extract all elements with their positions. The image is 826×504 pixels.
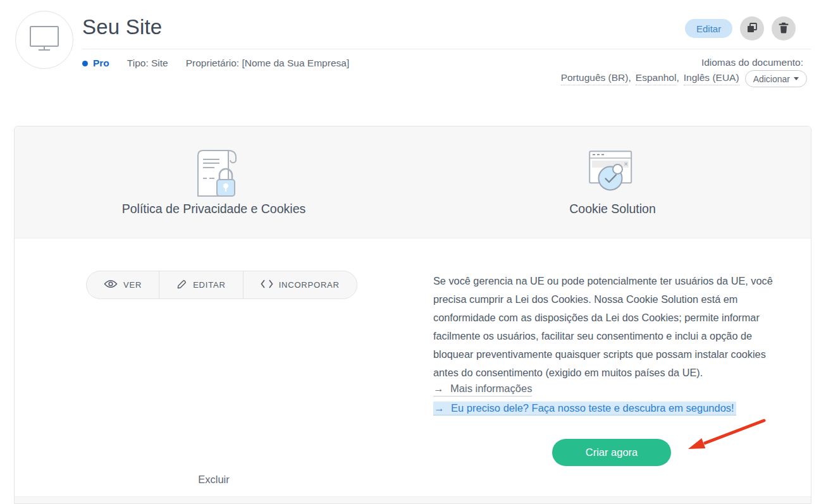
language-link[interactable]: Espanhol bbox=[636, 72, 677, 85]
monitor-icon bbox=[29, 25, 59, 54]
quiz-link-label: Eu preciso dele? Faça nosso teste e desc… bbox=[451, 402, 734, 414]
plan-badge-label: Pro bbox=[93, 58, 109, 69]
quiz-link[interactable]: → Eu preciso dele? Faça nosso teste e de… bbox=[433, 402, 736, 414]
chevron-down-icon bbox=[794, 77, 799, 80]
browser-cookie-icon bbox=[589, 151, 633, 195]
edit-document-button[interactable]: EDITAR bbox=[159, 271, 243, 298]
language-link[interactable]: Inglês (EUA) bbox=[684, 72, 739, 85]
duplicate-button[interactable] bbox=[740, 16, 764, 40]
create-now-button[interactable]: Criar agora bbox=[552, 439, 671, 466]
language-separator: , bbox=[628, 72, 631, 83]
add-language-label: Adicionar bbox=[753, 74, 790, 84]
link-arrow-icon: → bbox=[434, 402, 445, 414]
link-arrow-icon: → bbox=[433, 383, 444, 394]
document-languages-label: Idiomas do documento: bbox=[701, 57, 803, 68]
header-divider bbox=[82, 49, 811, 49]
page-title: Seu Site bbox=[82, 15, 162, 39]
embed-button-label: INCORPORAR bbox=[279, 280, 340, 290]
trash-icon bbox=[779, 22, 789, 35]
view-button[interactable]: VER bbox=[87, 271, 159, 298]
add-language-button[interactable]: Adicionar bbox=[745, 70, 807, 87]
cookie-solution-title: Cookie Solution bbox=[413, 202, 812, 216]
products-card-header: Política de Privacidade e Cookies Cookie… bbox=[15, 126, 811, 238]
site-meta-row: Pro Tipo: Site Proprietário: [Nome da Su… bbox=[82, 58, 349, 69]
site-dashboard-page: Seu Site Pro Tipo: Site Proprietário: [N… bbox=[0, 0, 826, 504]
language-separator: , bbox=[676, 72, 679, 83]
site-avatar bbox=[15, 11, 73, 69]
site-owner-label: Proprietário: [Nome da Sua Empresa] bbox=[186, 58, 349, 69]
document-languages-row: Português (BR),Espanhol,Inglês (EUA) Adi… bbox=[561, 70, 807, 87]
language-link[interactable]: Português (BR) bbox=[561, 72, 629, 85]
embed-code-icon bbox=[261, 280, 273, 290]
card-footer-strip bbox=[15, 496, 811, 503]
pro-dot-icon bbox=[82, 61, 88, 66]
delete-site-button[interactable] bbox=[772, 16, 796, 40]
embed-button[interactable]: INCORPORAR bbox=[243, 271, 357, 298]
plan-badge: Pro bbox=[82, 58, 109, 69]
view-button-label: VER bbox=[123, 280, 142, 290]
more-info-link[interactable]: → Mais informações bbox=[433, 383, 532, 395]
delete-document-link[interactable]: Excluir bbox=[15, 474, 413, 486]
cookie-solution-description: Se você gerencia na UE ou pode potencial… bbox=[433, 272, 787, 382]
privacy-policy-title: Política de Privacidade e Cookies bbox=[15, 202, 413, 216]
header-actions: Editar bbox=[685, 16, 796, 40]
more-info-link-label: Mais informações bbox=[450, 383, 532, 394]
eye-icon bbox=[104, 280, 118, 290]
edit-document-button-label: EDITAR bbox=[193, 280, 226, 290]
edit-site-button[interactable]: Editar bbox=[685, 19, 732, 38]
site-type-label: Tipo: Site bbox=[127, 58, 168, 69]
document-languages: Português (BR),Espanhol,Inglês (EUA) bbox=[561, 72, 739, 85]
duplicate-icon bbox=[746, 22, 758, 35]
privacy-actions-group: VER EDITAR INCORPORAR bbox=[86, 271, 357, 299]
products-card: Política de Privacidade e Cookies Cookie… bbox=[14, 126, 811, 504]
pencil-icon bbox=[176, 279, 187, 292]
document-lock-icon bbox=[197, 148, 238, 200]
